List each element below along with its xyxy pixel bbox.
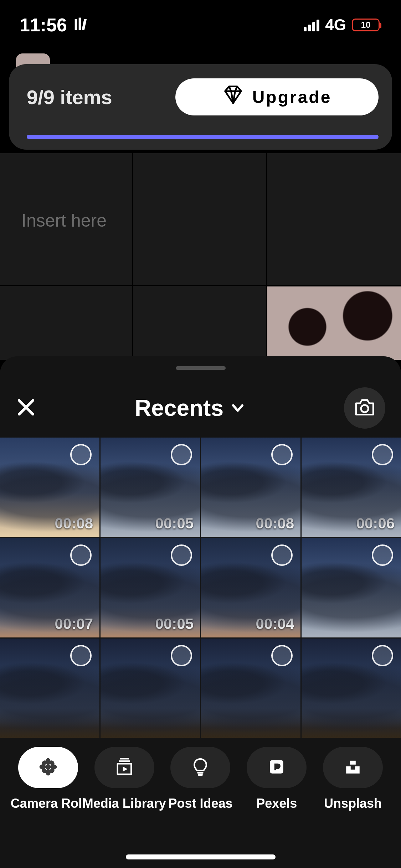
unsplash-icon — [344, 758, 362, 777]
media-thumbnail[interactable]: 00:05 — [101, 538, 200, 637]
video-duration: 00:05 — [155, 615, 194, 632]
video-duration: 00:08 — [256, 515, 294, 532]
media-thumbnail[interactable]: 00:07 — [0, 538, 99, 637]
media-thumbnail[interactable]: 00:08 — [201, 438, 300, 537]
existing-post-thumbnail[interactable] — [267, 286, 401, 360]
selection-indicator[interactable] — [171, 544, 192, 566]
video-duration: 00:05 — [155, 515, 194, 532]
status-time: 11:56 — [20, 14, 67, 36]
status-left: 11:56 — [20, 14, 89, 36]
source-camera-roll[interactable]: Camera Roll — [12, 747, 84, 811]
selection-indicator[interactable] — [271, 444, 293, 465]
selection-indicator[interactable] — [271, 544, 293, 566]
source-label: Camera Roll — [11, 796, 86, 811]
upgrade-button-label: Upgrade — [252, 87, 332, 107]
source-label: Post Ideas — [168, 796, 232, 811]
source-pill — [18, 747, 78, 788]
media-library-icon — [114, 757, 134, 778]
source-post-ideas[interactable]: Post Ideas — [165, 747, 236, 811]
cellular-icon — [304, 19, 319, 31]
selection-indicator[interactable] — [271, 645, 293, 666]
video-duration: 00:08 — [55, 515, 93, 532]
album-dropdown[interactable]: Recents — [135, 395, 246, 421]
source-pill — [247, 747, 307, 788]
network-type: 4G — [325, 16, 346, 34]
grid-line — [132, 153, 133, 360]
svg-marker-18 — [123, 766, 127, 771]
media-thumbnail[interactable] — [302, 639, 401, 738]
media-thumbnail[interactable]: 00:06 — [302, 438, 401, 537]
source-media-library[interactable]: Media Library — [89, 747, 160, 811]
album-title: Recents — [135, 395, 223, 421]
svg-point-9 — [39, 764, 46, 769]
sheet-grabber[interactable] — [176, 366, 226, 370]
media-grid: 00:0800:0500:0800:0600:0700:0500:04 — [0, 438, 401, 738]
sheet-header: Recents — [0, 388, 401, 428]
video-duration: 00:07 — [55, 615, 93, 632]
chevron-down-icon — [230, 395, 246, 421]
post-canvas[interactable]: Insert here — [0, 153, 401, 360]
media-thumbnail[interactable] — [0, 639, 99, 738]
media-thumbnail[interactable]: 00:04 — [201, 538, 300, 637]
items-count: 9/9 items — [27, 86, 112, 109]
media-thumbnail[interactable] — [201, 639, 300, 738]
selection-indicator[interactable] — [372, 544, 393, 566]
svg-rect-1 — [79, 18, 81, 30]
source-label: Unsplash — [324, 796, 382, 811]
svg-point-5 — [361, 405, 368, 412]
selection-indicator[interactable] — [70, 444, 92, 465]
grid-line — [0, 285, 401, 286]
flower-icon — [38, 757, 58, 778]
svg-rect-22 — [350, 761, 356, 765]
status-right: 4G 10 — [304, 16, 380, 34]
source-pill — [170, 747, 230, 788]
source-pexels[interactable]: Pexels — [241, 747, 312, 811]
source-pill — [323, 747, 383, 788]
svg-point-8 — [46, 769, 51, 776]
media-thumbnail[interactable] — [101, 639, 200, 738]
media-thumbnail[interactable]: 00:05 — [101, 438, 200, 537]
source-label: Pexels — [256, 796, 297, 811]
svg-point-6 — [45, 764, 51, 769]
upgrade-banner: 9/9 items Upgrade — [9, 64, 392, 150]
source-label: Media Library — [83, 796, 166, 811]
video-duration: 00:06 — [356, 515, 395, 532]
svg-rect-0 — [75, 19, 77, 30]
status-bar: 11:56 4G 10 — [0, 0, 401, 39]
insert-placeholder: Insert here — [21, 210, 107, 231]
selection-indicator[interactable] — [171, 645, 192, 666]
home-indicator[interactable] — [126, 854, 276, 859]
camera-icon — [354, 398, 375, 418]
lightbulb-icon — [191, 757, 210, 778]
video-duration: 00:04 — [256, 615, 294, 632]
battery-percent: 10 — [361, 20, 371, 30]
close-button[interactable] — [16, 397, 36, 419]
selection-indicator[interactable] — [70, 544, 92, 566]
pexels-icon — [268, 758, 286, 777]
battery-icon: 10 — [352, 19, 380, 31]
svg-rect-2 — [82, 19, 87, 30]
selection-indicator[interactable] — [171, 444, 192, 465]
library-icon — [73, 14, 89, 36]
selection-indicator[interactable] — [372, 645, 393, 666]
source-unsplash[interactable]: Unsplash — [317, 747, 389, 811]
diamond-icon — [222, 84, 244, 110]
media-thumbnail[interactable]: 00:08 — [0, 438, 99, 537]
source-pill — [94, 747, 154, 788]
selection-indicator[interactable] — [70, 645, 92, 666]
selection-indicator[interactable] — [372, 444, 393, 465]
svg-point-7 — [46, 758, 51, 765]
upgrade-button[interactable]: Upgrade — [175, 78, 379, 115]
open-camera-button[interactable] — [344, 387, 385, 429]
media-picker-sheet: Recents 00:0800:0500:0800:0600:0700:0500… — [0, 356, 401, 868]
media-thumbnail[interactable] — [302, 538, 401, 637]
svg-marker-23 — [346, 766, 360, 773]
svg-point-10 — [50, 764, 57, 769]
items-progress-bar — [27, 135, 379, 139]
source-tabs: Camera Roll Media Library — [0, 747, 401, 829]
